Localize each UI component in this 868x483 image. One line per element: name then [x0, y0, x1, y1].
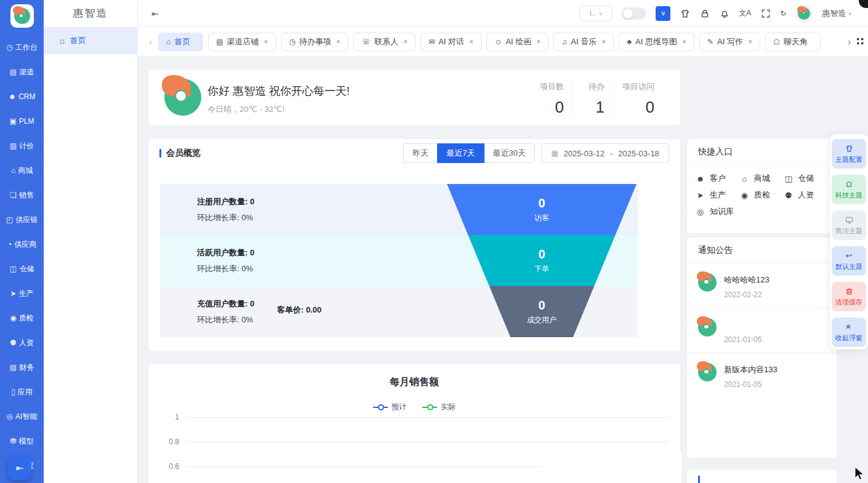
sidebar-item-label: 渠道 — [19, 67, 34, 78]
quick-entry-item[interactable]: ☻ 客户 — [696, 173, 740, 184]
funnel-stage-value: 0 — [538, 298, 545, 313]
dark-mode-toggle[interactable]: ☼ — [622, 7, 646, 20]
tab-label: 聊天角 — [784, 36, 808, 47]
tab[interactable]: ▤ 渠道店铺 × — [208, 33, 276, 51]
funnel-stage-value: 0 — [538, 196, 545, 210]
lock-screen-icon[interactable] — [699, 8, 710, 18]
tab-icon: ☏ — [361, 38, 371, 46]
sidebar-item[interactable]: ◉ 质检 — [0, 306, 44, 330]
sidebar-item[interactable]: ⛃ 模型 — [0, 429, 44, 453]
quick-entry-item[interactable]: ◎ 知识库 — [696, 206, 740, 217]
notice-item[interactable]: 新版本内容133 2021-01-05 — [687, 353, 837, 397]
quick-entry-card: 快捷入口 ☻ 客户 ⌂ 商城 ◫ 仓储 — [686, 138, 837, 234]
tech-theme-icon: Ω — [846, 180, 852, 189]
notice-item[interactable]: 哈哈哈哈123 2022-02-22 — [687, 263, 837, 308]
sidebar-item-icon: ⌂ — [11, 166, 15, 175]
tabs-scroll-left-icon[interactable]: ‹ — [149, 36, 152, 47]
tab-close-icon[interactable]: × — [748, 38, 752, 46]
sidebar-item-icon: ▤ — [10, 363, 17, 372]
menu-collapse-icon[interactable]: ⇤ — [151, 9, 159, 18]
greeting-card: 你好 惠智造 祝你开心每一天! 今日晴，20℃ - 32℃! 项目数 0 待办 … — [148, 69, 681, 126]
notification-bell-icon[interactable] — [719, 8, 729, 18]
tab[interactable]: ♣ AI 思维导图 × — [619, 33, 694, 51]
tab[interactable]: ♫ AI 音乐 × — [553, 33, 614, 51]
quick-entry-item[interactable]: ➤ 生产 — [696, 190, 740, 201]
sidebar-item-icon: ➤ — [10, 289, 16, 298]
range-button[interactable]: 昨天 — [403, 143, 438, 163]
translate-icon[interactable]: 文A — [739, 8, 751, 18]
tab-label: AI 对话 — [438, 36, 464, 47]
sidebar-item[interactable]: ➤ 生产 — [0, 281, 44, 306]
tab-close-icon[interactable]: × — [536, 38, 540, 46]
theme-config-button[interactable]: 主题配置 — [832, 139, 866, 169]
sidebar-item[interactable]: ☻ CRM — [0, 84, 44, 109]
theme-color-chip[interactable]: ∨ — [656, 6, 670, 21]
tab[interactable]: ⌂ 首页 — [158, 33, 203, 51]
sidebar-item-icon: ▥ — [10, 142, 17, 150]
range-button[interactable]: 最近30天 — [484, 143, 535, 163]
sidebar-item-label: 应用 — [18, 387, 33, 397]
legend-actual[interactable]: 实际 — [422, 402, 456, 412]
legend-expected[interactable]: 预计 — [373, 402, 406, 412]
submenu-item-home[interactable]: ⌂ 首页 — [44, 27, 137, 54]
app-logo[interactable] — [10, 4, 34, 28]
tab-close-icon[interactable]: × — [264, 38, 268, 46]
submenu-item-label: 首页 — [70, 35, 86, 46]
main-content: 你好 惠智造 祝你开心每一天! 今日晴，20℃ - 32℃! 项目数 0 待办 … — [138, 57, 868, 483]
sidebar-item[interactable]: ◰ 供应链 — [0, 207, 44, 232]
tech-theme-button[interactable]: Ω 科技主题 — [832, 175, 866, 204]
date-range-picker[interactable]: ▦ 2025-03-12 - 2025-03-18 — [541, 143, 669, 163]
funnel-stage-label: 成交用户 — [527, 315, 557, 325]
clear-cache-button[interactable]: 清理缓存 — [832, 282, 866, 311]
tab-close-icon[interactable]: × — [601, 38, 606, 46]
sidebar-item[interactable]: ⚉ 人资 — [0, 330, 44, 355]
shirt-icon — [845, 144, 853, 153]
notice-item[interactable]: 2021-01-05 — [687, 308, 837, 353]
tab[interactable]: ◷ 待办事项 × — [281, 33, 349, 51]
sidebar-item[interactable]: ◎ AI智能 — [0, 404, 44, 429]
sidebar-collapse-button[interactable]: ⇤ — [8, 457, 31, 480]
quick-entry-item[interactable]: ⌂ 商城 — [740, 173, 784, 184]
skin-theme-icon[interactable] — [680, 8, 690, 18]
quick-entry-item[interactable]: ◫ 仓储 — [784, 173, 828, 184]
sidebar-item[interactable]: ⌂ 商城 — [0, 158, 44, 183]
tabs-scroll-right-icon[interactable]: › — [848, 36, 851, 47]
tab-close-icon[interactable]: × — [336, 38, 340, 46]
tab-label: 渠道店铺 — [227, 36, 259, 47]
sidebar-item[interactable]: ▤ 渠道 — [0, 60, 44, 84]
sidebar-item[interactable]: ◫ 仓储 — [0, 257, 44, 281]
quick-entry-item[interactable]: ◉ 质检 — [740, 190, 784, 201]
sidebar-item[interactable]: ▯ 应用 — [0, 380, 44, 404]
tab[interactable]: ☺ AI 绘画 × — [486, 33, 549, 51]
tab[interactable]: ✎ AI 写作 × — [699, 33, 760, 51]
sidebar-item[interactable]: ▤ 财务 — [0, 355, 44, 380]
user-menu[interactable]: 惠智造 ∨ — [822, 8, 852, 19]
tab-close-icon[interactable]: × — [469, 38, 473, 46]
tab[interactable]: ☏ 联系人 × — [353, 33, 416, 51]
language-select[interactable]: I.. ∨ — [579, 6, 613, 22]
simple-theme-button[interactable]: 简洁主题 — [832, 210, 866, 240]
sidebar-item[interactable]: ❏ 销售 — [0, 183, 44, 207]
theme-config-label: 主题配置 — [835, 155, 862, 164]
sidebar-item[interactable]: ▥ 计价 — [0, 134, 44, 158]
tab-close-icon[interactable]: × — [403, 38, 408, 46]
user-avatar[interactable] — [795, 5, 813, 22]
collapse-float-button[interactable]: « 收起浮窗 — [832, 317, 866, 347]
tab-icon: ☖ — [773, 38, 780, 46]
notice-body: 2021-01-05 — [724, 318, 762, 344]
sidebar-item[interactable]: ◔ 供应商 — [0, 232, 44, 257]
default-theme-button[interactable]: ↩ 默认主题 — [832, 246, 866, 276]
funnel-stage-label: 访客 — [534, 213, 549, 223]
tab[interactable]: ☖ 聊天角 — [765, 33, 821, 51]
refresh-icon[interactable]: ↻ — [780, 9, 786, 18]
sidebar-item[interactable]: ◷ 工作台 — [0, 35, 44, 60]
sidebar-item[interactable]: ▣ PLM — [0, 109, 44, 134]
tab[interactable]: ✉ AI 对话 × — [420, 33, 481, 51]
fullscreen-icon[interactable] — [760, 8, 771, 18]
quick-entry-item[interactable]: ⚉ 人资 — [784, 190, 828, 201]
tab-close-icon[interactable]: × — [682, 38, 686, 46]
tabs-menu-grid-icon[interactable]: ∷ — [856, 35, 863, 48]
funnel-stage[interactable]: 0 访客 — [447, 184, 637, 235]
range-button[interactable]: 最近7天 — [437, 143, 484, 163]
quick-entry-grid: ☻ 客户 ⌂ 商城 ◫ 仓储 ➤ 生产 — [687, 165, 837, 225]
